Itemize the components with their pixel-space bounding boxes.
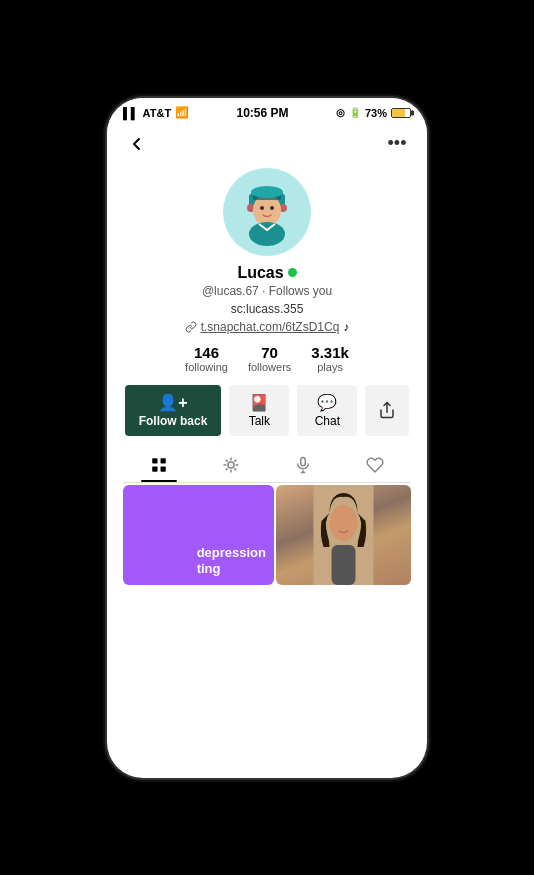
- online-indicator: [288, 268, 297, 277]
- following-count: 146: [194, 344, 219, 361]
- follow-back-icon: 👤+: [158, 393, 187, 412]
- mic-icon: [294, 456, 312, 474]
- heart-icon: [366, 456, 384, 474]
- svg-rect-17: [301, 457, 306, 465]
- grid-text-1: depressionting: [197, 545, 266, 576]
- time-label: 10:56 PM: [237, 106, 289, 120]
- status-left: ▌▌ AT&T 📶: [123, 106, 189, 119]
- follow-back-button[interactable]: 👤+ Follow back: [125, 385, 222, 436]
- link-icon: [185, 321, 197, 333]
- signal-icon: ▌▌: [123, 107, 139, 119]
- wifi-icon: 📶: [175, 106, 189, 119]
- talk-button[interactable]: 🎴 Talk: [229, 385, 289, 436]
- back-button[interactable]: [123, 130, 151, 158]
- svg-point-16: [228, 462, 234, 468]
- chat-button[interactable]: 💬 Chat: [297, 385, 357, 436]
- battery-fill: [392, 109, 405, 117]
- username: Lucas: [237, 264, 283, 282]
- followers-label: followers: [248, 361, 291, 373]
- chat-icon: 💬: [317, 393, 337, 412]
- status-bar: ▌▌ AT&T 📶 10:56 PM ◎ 🔋 73%: [107, 98, 427, 124]
- link-row: t.snapchat.com/6tZsD1Cq ♪: [185, 320, 350, 334]
- share-button[interactable]: [365, 385, 409, 436]
- more-button[interactable]: •••: [383, 130, 411, 158]
- battery-icon: 🔋: [349, 107, 361, 118]
- talk-label: Talk: [249, 414, 270, 428]
- svg-point-8: [249, 222, 285, 246]
- followers-stat[interactable]: 70 followers: [248, 344, 291, 373]
- battery-percent: 73%: [365, 107, 387, 119]
- top-bar: •••: [123, 124, 411, 168]
- plays-stat[interactable]: 3.31k plays: [311, 344, 349, 373]
- bio-text: sc:lucass.355: [231, 302, 304, 316]
- battery-bar: [391, 108, 411, 118]
- avatar-image: [227, 172, 307, 252]
- talk-icon: 🎴: [249, 393, 269, 412]
- content-grid: depressionting: [123, 483, 411, 585]
- username-row: Lucas: [237, 264, 296, 282]
- share-icon: [378, 401, 396, 419]
- tiktok-icon: ♪: [343, 320, 349, 334]
- svg-rect-15: [161, 466, 166, 471]
- svg-rect-12: [152, 458, 157, 463]
- photo-thumbnail: [276, 485, 411, 585]
- plays-count: 3.31k: [311, 344, 349, 361]
- follow-back-label: Follow back: [139, 414, 208, 428]
- carrier-label: AT&T: [143, 107, 172, 119]
- tab-sound[interactable]: [195, 446, 267, 482]
- plays-label: plays: [317, 361, 343, 373]
- svg-rect-14: [152, 466, 157, 471]
- grid-icon: [150, 456, 168, 474]
- svg-rect-24: [332, 545, 356, 585]
- tab-likes[interactable]: [339, 446, 411, 482]
- phone-frame: ▌▌ AT&T 📶 10:56 PM ◎ 🔋 73% •••: [107, 98, 427, 778]
- following-stat[interactable]: 146 following: [185, 344, 228, 373]
- avatar: [223, 168, 311, 256]
- tab-grid[interactable]: [123, 446, 195, 482]
- chat-label: Chat: [315, 414, 340, 428]
- tabs-row: [123, 446, 411, 483]
- svg-point-10: [251, 186, 283, 198]
- action-buttons: 👤+ Follow back 🎴 Talk 💬 Chat: [125, 385, 410, 436]
- svg-point-7: [270, 206, 274, 210]
- tab-mic[interactable]: [267, 446, 339, 482]
- sound-icon: [222, 456, 240, 474]
- user-handle: @lucas.67 · Follows you: [202, 284, 332, 298]
- grid-item-2[interactable]: [276, 485, 411, 585]
- stats-row: 146 following 70 followers 3.31k plays: [185, 344, 349, 373]
- following-label: following: [185, 361, 228, 373]
- location-icon: ◎: [336, 107, 345, 118]
- svg-rect-13: [161, 458, 166, 463]
- status-right: ◎ 🔋 73%: [336, 107, 411, 119]
- svg-point-6: [260, 206, 264, 210]
- followers-count: 70: [261, 344, 278, 361]
- link-text[interactable]: t.snapchat.com/6tZsD1Cq: [201, 320, 340, 334]
- profile-area: •••: [107, 124, 427, 593]
- grid-item-1[interactable]: depressionting: [123, 485, 274, 585]
- svg-point-21: [330, 505, 358, 541]
